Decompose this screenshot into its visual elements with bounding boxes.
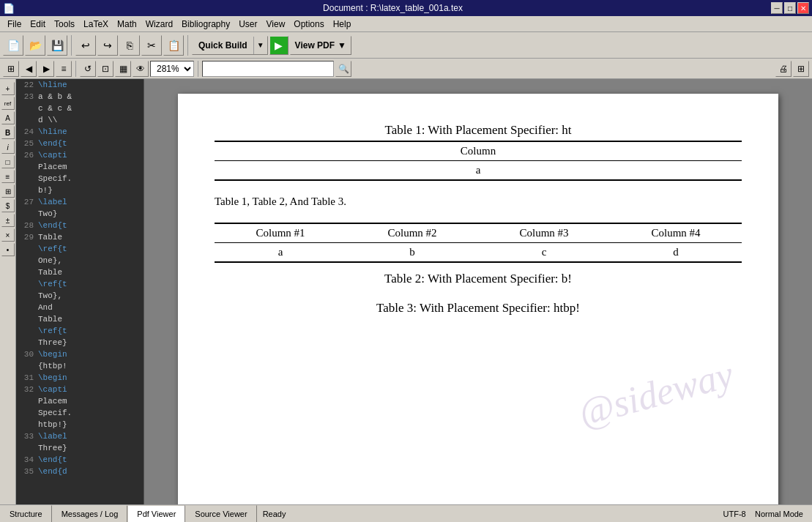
zoom-select[interactable]: 281% 400% 200% 150% 100%	[150, 61, 194, 77]
editor-line: 28 \end{t	[16, 220, 144, 231]
editor-line: 33 \label	[16, 430, 144, 442]
tab-source-viewer[interactable]: Source Viewer	[185, 505, 256, 523]
editor-line: 22 \hline	[16, 79, 144, 91]
menu-user[interactable]: User	[234, 18, 261, 31]
menu-edit[interactable]: Edit	[26, 18, 50, 31]
main-toolbar: 📄 📂 💾 ↩ ↪ ⎘ ✂ 📋 Quick Build ▼ ▶ View PDF…	[0, 32, 812, 59]
sidebar-icon-grid[interactable]: ⊞	[1, 184, 15, 198]
save-file-button[interactable]: 💾	[47, 35, 67, 56]
nav-menu-button[interactable]: ≡	[56, 61, 72, 77]
table3-caption: Table 3: With Placement Specifier: htbp!	[215, 301, 742, 316]
editor-line: Placem	[16, 161, 144, 173]
pdf-viewer[interactable]: @sideway Table 1: With Placement Specifi…	[144, 79, 812, 504]
sidebar-icon-plusminus[interactable]: ±	[1, 214, 15, 227]
sidebar-icon-add[interactable]: +	[1, 82, 15, 95]
print-button[interactable]: 🖨	[775, 61, 791, 77]
paste-button[interactable]: 📋	[163, 35, 184, 56]
cut-button[interactable]: ✂	[141, 35, 162, 56]
expand-button[interactable]: ⊞	[793, 61, 809, 77]
view-pdf-label: View PDF	[295, 40, 335, 51]
view-pdf-button[interactable]: View PDF ▼	[290, 36, 351, 55]
run-button[interactable]: ▶	[269, 36, 288, 55]
sidebar-icon-a[interactable]: A	[1, 111, 15, 124]
quick-build-button[interactable]: Quick Build ▼	[192, 36, 268, 55]
main-area: + ref A B i □ ≡ ⊞ $ ± × • 22 \hline 23 a…	[0, 79, 812, 504]
nav-back-button[interactable]: ◀	[21, 61, 37, 77]
table1: Column a	[215, 141, 742, 181]
editor-line: Specif.	[16, 407, 144, 419]
nav-rotate-button[interactable]: ↺	[80, 61, 96, 77]
editor-line: Two},	[16, 290, 144, 302]
table2-value-3: c	[478, 243, 610, 263]
copy-button[interactable]: ⎘	[119, 35, 140, 56]
menu-bibliography[interactable]: Bibliography	[177, 18, 234, 31]
table2-header-4: Column #4	[610, 223, 742, 243]
sidebar-icon-i[interactable]: i	[1, 141, 15, 154]
tab-messages-log[interactable]: Messages / Log	[52, 505, 128, 523]
table2: Column #1 Column #2 Column #3 Column #4 …	[215, 223, 742, 263]
nav-forward-button[interactable]: ▶	[38, 61, 54, 77]
sep3	[75, 61, 76, 77]
status-message: Ready	[257, 510, 715, 518]
editor-line: {htbp!	[16, 360, 144, 372]
table2-value-4: d	[610, 243, 742, 263]
table2-header-3: Column #3	[478, 223, 610, 243]
editor-line: c & c &	[16, 102, 144, 114]
secondary-toolbar: ⊞ ◀ ▶ ≡ ↺ ⊡ ▦ 👁 281% 400% 200% 150% 100%…	[0, 59, 812, 79]
menu-view[interactable]: View	[262, 18, 290, 31]
nav-page-button[interactable]: ⊡	[97, 61, 113, 77]
editor-line: d \\	[16, 114, 144, 126]
menu-latex[interactable]: LaTeX	[79, 18, 113, 31]
menu-wizard[interactable]: Wizard	[141, 18, 177, 31]
table2-caption: Table 2: With Placement Specifier: b!	[215, 272, 742, 286]
maximize-button[interactable]: □	[784, 2, 796, 14]
menu-math[interactable]: Math	[113, 18, 141, 31]
editor-line: 35 \end{d	[16, 466, 144, 477]
table1-col-value: a	[215, 161, 742, 181]
sidebar-icon-b[interactable]: B	[1, 126, 15, 139]
menu-file[interactable]: File	[3, 18, 26, 31]
sidebar-icon-box[interactable]: □	[1, 155, 15, 168]
sidebar-icon-multiply[interactable]: ×	[1, 228, 15, 242]
search-button[interactable]: 🔍	[335, 61, 351, 77]
menu-help[interactable]: Help	[329, 18, 356, 31]
search-input[interactable]	[202, 61, 334, 77]
editor-line: 24 \hline	[16, 126, 144, 138]
table1-col-header: Column	[215, 141, 742, 161]
nav-select-button[interactable]: ▦	[115, 61, 131, 77]
editor-line: 25 \end{t	[16, 138, 144, 149]
sidebar-icon-bullet[interactable]: •	[1, 243, 15, 256]
minimize-button[interactable]: ─	[771, 2, 783, 14]
sidebar-icon-list[interactable]: ≡	[1, 170, 15, 183]
sidebar-icon-ref[interactable]: ref	[1, 97, 15, 110]
undo-button[interactable]: ↩	[75, 35, 96, 56]
table2-value-2: b	[346, 243, 478, 263]
nav-eye-button[interactable]: 👁	[133, 61, 149, 77]
menu-tools[interactable]: Tools	[50, 18, 79, 31]
table1-section: Table 1: With Placement Specifier: ht Co…	[215, 123, 742, 181]
status-encoding: UTF-8 Normal Mode	[715, 510, 812, 518]
tab-structure[interactable]: Structure	[0, 505, 52, 523]
menu-options[interactable]: Options	[289, 18, 328, 31]
editor-line: 31 \begin	[16, 372, 144, 384]
editor-line: \ref{t	[16, 243, 144, 255]
quick-build-dropdown-arrow[interactable]: ▼	[253, 37, 267, 54]
editor-panel[interactable]: 22 \hline 23 a & b & c & c & d \\ 24 \hl…	[16, 79, 144, 504]
view-pdf-dropdown-arrow[interactable]: ▼	[338, 40, 346, 51]
editor-line: htbp!}	[16, 419, 144, 430]
menu-bar: File Edit Tools LaTeX Math Wizard Biblio…	[0, 16, 812, 32]
table2-section: Column #1 Column #2 Column #3 Column #4 …	[215, 223, 742, 286]
new-file-button[interactable]: 📄	[3, 35, 23, 56]
sep2	[187, 35, 188, 56]
open-file-button[interactable]: 📂	[25, 35, 45, 56]
editor-line: Table	[16, 313, 144, 325]
editor-line: Two}	[16, 208, 144, 220]
nav-home-button[interactable]: ⊞	[3, 61, 19, 77]
close-button[interactable]: ✕	[797, 2, 809, 14]
table2-value-1: a	[215, 243, 346, 263]
redo-button[interactable]: ↪	[97, 35, 118, 56]
window-controls: ─ □ ✕	[771, 2, 809, 14]
tab-pdf-viewer[interactable]: Pdf Viewer	[127, 505, 185, 523]
sidebar-icon-dollar[interactable]: $	[1, 199, 15, 212]
editor-line: Placem	[16, 395, 144, 407]
